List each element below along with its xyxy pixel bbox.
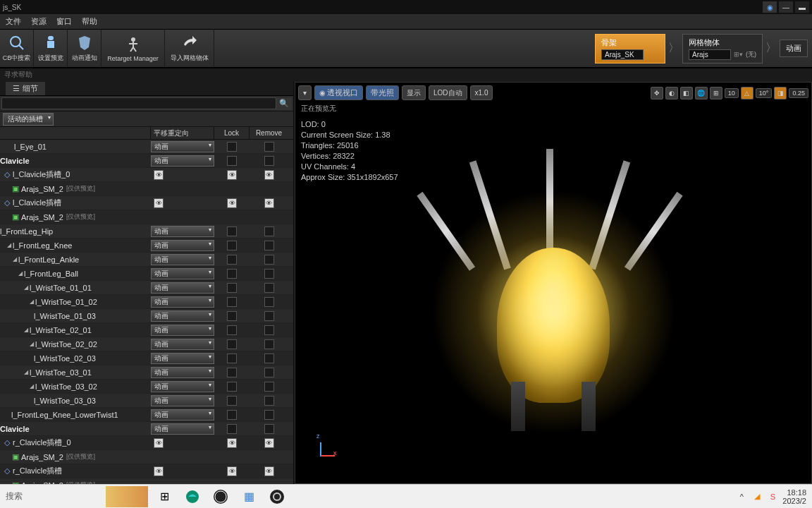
menu-edit[interactable]: 资源: [31, 16, 47, 27]
retarget-select[interactable]: 动画: [151, 409, 214, 421]
retarget-select[interactable]: 动画: [151, 395, 214, 406]
tree-row[interactable]: l_FrontLeg_Knee_LowerTwist1动画: [0, 408, 293, 422]
tree-row[interactable]: ◢l_WristToe_02_01动画: [0, 323, 293, 337]
tree-row[interactable]: ▣Arajs_SM_2[仅供预览]: [0, 450, 293, 464]
remove-checkbox[interactable]: [264, 142, 274, 152]
search-cb-button[interactable]: CB中搜索: [0, 30, 34, 67]
lock-checkbox[interactable]: 👁: [227, 170, 237, 180]
minimize-button[interactable]: —: [779, 1, 793, 13]
lock-checkbox[interactable]: [227, 396, 237, 406]
tree-row[interactable]: ▣Arajs_SM_2[仅供预览]: [0, 182, 293, 196]
task-view-icon[interactable]: ⊞: [151, 486, 178, 507]
lock-checkbox[interactable]: [227, 297, 237, 307]
scale-button[interactable]: x1.0: [470, 85, 493, 100]
visibility-toggle[interactable]: 👁: [154, 170, 164, 180]
search-icon[interactable]: 🔍: [276, 97, 292, 110]
lock-checkbox[interactable]: 👁: [227, 466, 237, 476]
unreal-icon[interactable]: [207, 486, 234, 507]
lock-checkbox[interactable]: [227, 311, 237, 321]
remove-checkbox[interactable]: 👁: [264, 466, 274, 476]
app-icon[interactable]: ▦: [235, 486, 262, 507]
tree-row[interactable]: ◢l_FrontLeg_Ankle动画: [0, 253, 293, 267]
remove-checkbox[interactable]: [264, 353, 274, 363]
windows-search[interactable]: 搜索: [0, 488, 106, 505]
retarget-select[interactable]: 动画: [151, 155, 214, 167]
tree-row[interactable]: ◇l_Clavicle插槽_0👁👁👁: [0, 168, 293, 182]
retarget-select[interactable]: 动画: [151, 268, 214, 279]
tree-row[interactable]: l_WristToe_03_03动画: [0, 394, 293, 408]
retarget-select[interactable]: 动画: [151, 240, 214, 251]
retarget-select[interactable]: 动画: [151, 141, 214, 152]
remove-checkbox[interactable]: [264, 382, 274, 392]
remove-checkbox[interactable]: [264, 325, 274, 335]
tray-app-icon[interactable]: ◢: [751, 491, 763, 502]
menu-help[interactable]: 帮助: [82, 16, 97, 27]
tree-row[interactable]: ▣Arajs_SM_2[仅供预览]: [0, 478, 293, 484]
remove-checkbox[interactable]: [264, 241, 274, 250]
tree-row[interactable]: ◢l_WristToe_03_02动画: [0, 380, 293, 394]
tree-row[interactable]: l_WristToe_02_03动画: [0, 351, 293, 365]
remove-checkbox[interactable]: [264, 368, 274, 377]
remove-checkbox[interactable]: [264, 255, 274, 265]
lock-checkbox[interactable]: [227, 226, 237, 236]
lock-checkbox[interactable]: 👁: [227, 198, 237, 208]
scale-snap-icon[interactable]: ◨: [774, 87, 787, 99]
retarget-select[interactable]: 动画: [151, 367, 214, 378]
remove-checkbox[interactable]: [264, 339, 274, 349]
tree-row[interactable]: ◢l_WristToe_01_01动画: [0, 281, 293, 295]
angle-snap-icon[interactable]: △: [741, 87, 753, 99]
tree-row[interactable]: ◢l_WristToe_02_02动画: [0, 337, 293, 351]
perspective-button[interactable]: ◉ 透视视口: [314, 85, 363, 100]
lock-checkbox[interactable]: 👁: [227, 438, 237, 448]
retarget-select[interactable]: 动画: [151, 325, 214, 336]
remove-checkbox[interactable]: [264, 226, 274, 236]
tree-row[interactable]: ▣Arajs_SM_2[仅供预览]: [0, 210, 293, 224]
remove-checkbox[interactable]: [264, 396, 274, 406]
retarget-select[interactable]: 动画: [151, 381, 214, 392]
skeleton-mode-tab[interactable]: 骨架 Arajs_SK: [595, 34, 665, 64]
retarget-manager-button[interactable]: Retarget Manager: [102, 30, 165, 67]
lock-checkbox[interactable]: [227, 353, 237, 363]
tree-row[interactable]: Clavicle动画: [0, 154, 293, 168]
lock-checkbox[interactable]: [227, 325, 237, 335]
lock-checkbox[interactable]: [227, 410, 237, 420]
close-button[interactable]: ▬: [795, 1, 809, 13]
scale-gizmo-icon[interactable]: ◧: [680, 87, 693, 99]
tree-row[interactable]: ◇r_Clavicle插槽👁👁👁: [0, 464, 293, 478]
lock-checkbox[interactable]: [227, 255, 237, 265]
visibility-toggle[interactable]: 👁: [154, 438, 164, 448]
tree-row[interactable]: ◢l_WristToe_01_02动画: [0, 295, 293, 309]
remove-checkbox[interactable]: 👁: [264, 170, 274, 180]
tray-app-icon[interactable]: S: [767, 491, 778, 502]
3d-viewport[interactable]: ▾ ◉ 透视视口 带光照 显示 LOD自动 x1.0 ✥ ◐ ◧ 🌐 ⊞ 10 …: [295, 82, 812, 484]
tree-row[interactable]: ◇r_Clavicle插槽_0👁👁👁: [0, 436, 293, 450]
menu-window[interactable]: 窗口: [56, 16, 72, 27]
remove-checkbox[interactable]: [264, 156, 274, 166]
lit-button[interactable]: 带光照: [366, 85, 399, 100]
grid-icon[interactable]: ⊞: [710, 87, 722, 99]
tree-row[interactable]: l_Eye_01动画: [0, 140, 293, 154]
remove-checkbox[interactable]: [264, 297, 274, 307]
retarget-select[interactable]: 动画: [151, 296, 214, 308]
angle-value[interactable]: 10°: [756, 88, 773, 98]
tree-row[interactable]: l_FrontLeg_Hip动画: [0, 224, 293, 238]
retarget-select[interactable]: 动画: [151, 353, 214, 364]
preview-button[interactable]: 设置预览: [34, 30, 68, 67]
tree-row[interactable]: Clavicle动画: [0, 422, 293, 436]
remove-checkbox[interactable]: 👁: [264, 198, 274, 208]
remove-checkbox[interactable]: 👁: [264, 438, 274, 448]
import-mesh-button[interactable]: 导入网格物体: [165, 30, 214, 67]
lock-checkbox[interactable]: [227, 339, 237, 349]
scale-snap-value[interactable]: 0.25: [789, 88, 808, 98]
details-tab[interactable]: ☰细节: [6, 82, 45, 95]
lock-checkbox[interactable]: [227, 283, 237, 293]
visibility-toggle[interactable]: 👁: [154, 198, 164, 208]
lock-checkbox[interactable]: [227, 241, 237, 250]
anim-mode-tab[interactable]: 动画: [780, 40, 808, 57]
lock-checkbox[interactable]: [227, 424, 237, 434]
retarget-select[interactable]: 动画: [151, 226, 214, 237]
help-search-input[interactable]: [4, 71, 808, 78]
obs-icon[interactable]: [264, 486, 290, 507]
lock-checkbox[interactable]: [227, 269, 237, 279]
visibility-toggle[interactable]: 👁: [154, 466, 164, 476]
